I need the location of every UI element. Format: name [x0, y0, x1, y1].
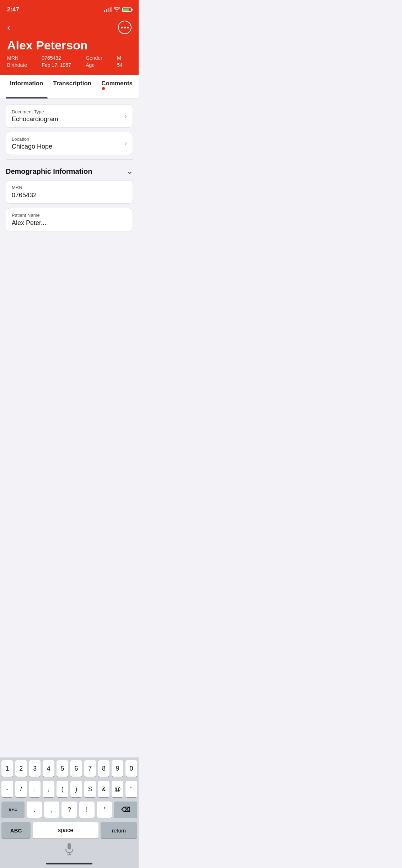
- document-type-chevron-icon: ›: [125, 112, 127, 120]
- status-bar: 2:47: [0, 0, 139, 18]
- patient-name-field[interactable]: Patient Name Alex Peter...: [6, 208, 133, 231]
- location-label: Location: [12, 136, 125, 142]
- mrn-value: 0765432: [42, 55, 80, 61]
- demographic-section-header[interactable]: Demographic Information ⌄: [6, 165, 133, 180]
- battery-icon: [122, 7, 132, 12]
- patient-header: ‹ Alex Peterson MRN 0765432 Gender M Bir…: [0, 18, 139, 75]
- gender-label: Gender: [86, 55, 111, 61]
- back-button[interactable]: ‹: [7, 22, 10, 32]
- age-label: Age: [86, 62, 111, 68]
- status-icons: [104, 7, 132, 13]
- tab-information[interactable]: Information: [6, 75, 48, 98]
- demographic-section-title: Demographic Information: [6, 167, 92, 176]
- mrn-field-label: MRN: [12, 185, 127, 190]
- patient-info-grid: MRN 0765432 Gender M Birthdate Feb 17, 1…: [7, 55, 132, 68]
- demographic-collapse-icon[interactable]: ⌄: [127, 167, 133, 176]
- more-button[interactable]: [118, 21, 132, 34]
- location-chevron-icon: ›: [125, 140, 127, 147]
- tab-transcription[interactable]: Transcription: [49, 75, 96, 98]
- patient-name-field-label: Patient Name: [12, 213, 127, 218]
- document-type-value: Echocardiogram: [12, 116, 125, 123]
- status-time: 2:47: [7, 6, 19, 13]
- signal-bars-icon: [104, 7, 112, 12]
- more-dots-icon: [121, 27, 129, 28]
- birthdate-value: Feb 17, 1967: [42, 62, 80, 68]
- mrn-field[interactable]: MRN 0765432: [6, 180, 133, 204]
- comments-notification-dot: [102, 87, 105, 90]
- document-type-content: Document Type Echocardiogram: [12, 109, 125, 123]
- location-card[interactable]: Location Chicago Hope ›: [6, 132, 133, 155]
- section-divider: [6, 159, 133, 160]
- mrn-label: MRN: [7, 55, 36, 61]
- tab-bar: Information Transcription Comments: [0, 75, 139, 99]
- wifi-icon: [114, 7, 120, 13]
- age-value: 54: [117, 62, 132, 68]
- mrn-field-value: 0765432: [12, 192, 127, 199]
- document-type-label: Document Type: [12, 109, 125, 114]
- gender-value: M: [117, 55, 132, 61]
- patient-name-field-value: Alex Peter...: [12, 219, 127, 227]
- location-value: Chicago Hope: [12, 143, 125, 150]
- content-area: Document Type Echocardiogram › Location …: [0, 99, 139, 239]
- tab-comments[interactable]: Comments: [97, 75, 137, 98]
- location-content: Location Chicago Hope: [12, 136, 125, 150]
- document-type-card[interactable]: Document Type Echocardiogram ›: [6, 105, 133, 128]
- birthdate-label: Birthdate: [7, 62, 36, 68]
- patient-name: Alex Peterson: [7, 38, 132, 52]
- header-nav: ‹: [7, 21, 132, 34]
